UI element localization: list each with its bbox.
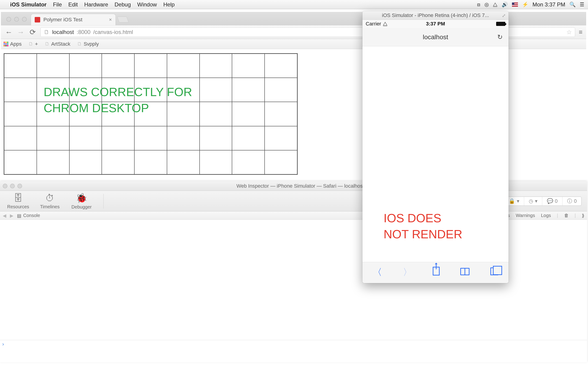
- menu-file[interactable]: File: [53, 1, 62, 8]
- bookmark-label: Svpply: [84, 41, 99, 47]
- url-path: /canvas-ios.html: [93, 29, 133, 35]
- simulator-titlebar: iOS Simulator - iPhone Retina (4-inch) /…: [363, 11, 509, 20]
- safari-toolbar: 〈 〉: [363, 262, 509, 282]
- tool-debugger[interactable]: 🐞 Debugger: [69, 193, 94, 210]
- timelines-icon: ⏱: [45, 193, 54, 203]
- wifi-icon[interactable]: ⧋: [493, 2, 498, 8]
- app-name[interactable]: iOS Simulator: [10, 1, 47, 8]
- menu-window[interactable]: Window: [137, 1, 157, 8]
- tabs-icon: [490, 267, 498, 275]
- menu-debug[interactable]: Debug: [115, 1, 131, 8]
- window-close-button[interactable]: [6, 17, 11, 22]
- menu-help[interactable]: Help: [163, 1, 174, 8]
- macos-menubar: iOS Simulator File Edit Hardware Debug W…: [0, 0, 588, 9]
- resources-icon: 🗄: [14, 193, 23, 203]
- tool-label: Resources: [7, 204, 29, 209]
- annotation-ios: IOS DOES NOT RENDER: [384, 210, 462, 242]
- debugger-icon: 🐞: [76, 193, 87, 203]
- clock-icon: ◷: [529, 198, 533, 204]
- input-source-flag-icon[interactable]: [512, 2, 518, 7]
- safari-tabs-button[interactable]: [490, 267, 498, 277]
- counter-issues[interactable]: 💬0: [542, 197, 562, 206]
- chevron-down-icon: ▾: [535, 198, 537, 204]
- volume-icon[interactable]: 🔊: [502, 2, 508, 8]
- window-minimize-button[interactable]: [10, 184, 15, 188]
- window-close-button[interactable]: [3, 184, 7, 188]
- annotation-chrome: DRAWS CORRECTLY FOR CHROM DESKTOP: [44, 84, 192, 116]
- bookmark-label: +: [35, 41, 38, 47]
- safari-forward-button[interactable]: 〉: [403, 266, 412, 278]
- filter-warnings[interactable]: Warnings: [516, 213, 535, 218]
- page-icon: 🗋: [44, 29, 49, 35]
- share-icon: [433, 267, 440, 275]
- safari-url-text: localhost: [423, 33, 448, 41]
- spotlight-icon[interactable]: 🔍: [569, 2, 576, 8]
- tool-label: Debugger: [71, 204, 92, 210]
- chat-icon: 💬: [547, 198, 553, 204]
- back-button[interactable]: ←: [5, 28, 13, 36]
- menu-edit[interactable]: Edit: [68, 1, 78, 8]
- tool-timelines[interactable]: ⏱ Timelines: [37, 193, 62, 209]
- simulator-title: iOS Simulator - iPhone Retina (4-inch) /…: [382, 12, 489, 18]
- lock-icon: 🔒: [509, 198, 515, 204]
- page-icon: 🗋: [45, 41, 49, 47]
- wifi-icon: ⧋: [383, 21, 388, 27]
- scope-crumb[interactable]: ▤ Console: [17, 213, 40, 218]
- window-zoom-button[interactable]: [17, 184, 22, 188]
- expand-icon[interactable]: ⤢: [502, 13, 506, 18]
- window-zoom-button[interactable]: [22, 17, 27, 22]
- tab-close-icon[interactable]: ×: [109, 17, 112, 23]
- nav-back-icon[interactable]: ◀: [3, 213, 6, 218]
- reload-button[interactable]: ⟳: [28, 28, 37, 36]
- tool-label: Timelines: [40, 204, 60, 209]
- window-minimize-button[interactable]: [14, 17, 19, 22]
- list-icon: ▤: [17, 213, 21, 218]
- cloud-icon[interactable]: ◎: [484, 2, 489, 8]
- battery-icon: [496, 22, 505, 26]
- page-icon: 🗋: [77, 41, 82, 47]
- bookmark-plus[interactable]: 🗋 +: [28, 41, 38, 47]
- tool-resources[interactable]: 🗄 Resources: [6, 193, 31, 209]
- notification-center-icon[interactable]: ☰: [580, 2, 584, 8]
- counter-time[interactable]: ◷▾: [524, 197, 542, 206]
- reload-icon[interactable]: ↻: [497, 33, 502, 41]
- inspector-title: Web Inspector — iPhone Simulator — Safar…: [236, 183, 374, 189]
- chevrons-icon[interactable]: ⟫: [582, 213, 584, 218]
- info-icon: ⓘ: [567, 198, 572, 205]
- safari-url-bar[interactable]: localhost ↻: [363, 28, 509, 46]
- battery-icon[interactable]: ⚡: [522, 2, 528, 8]
- safari-back-button[interactable]: 〈: [373, 266, 382, 278]
- counter-logs[interactable]: ⓘ0: [562, 197, 581, 206]
- page-icon: 🗋: [28, 41, 33, 47]
- safari-share-button[interactable]: [433, 267, 440, 277]
- book-icon: [460, 268, 469, 275]
- bookmark-star-icon[interactable]: ☆: [566, 29, 572, 36]
- bookmark-label: ArtStack: [51, 41, 70, 47]
- clear-log-icon[interactable]: 🗑: [564, 213, 569, 218]
- new-tab-button[interactable]: [117, 17, 129, 23]
- bookmark-svpply[interactable]: 🗋 Svpply: [77, 41, 99, 47]
- menubar-clock[interactable]: Mon 3:37 PM: [532, 1, 565, 8]
- ios-status-bar: Carrier ⧋ 3:37 PM: [363, 20, 509, 28]
- status-time: 3:37 PM: [426, 21, 445, 27]
- menu-hardware[interactable]: Hardware: [84, 1, 108, 8]
- safari-bookmarks-button[interactable]: [460, 267, 469, 277]
- dropbox-icon[interactable]: ⧈: [477, 2, 480, 8]
- chrome-tab[interactable]: Polymer iOS Test ×: [31, 14, 116, 25]
- url-port: :8000: [77, 29, 90, 35]
- nav-forward-icon[interactable]: ▶: [10, 213, 13, 218]
- url-host: localhost: [52, 29, 74, 35]
- apps-bookmark[interactable]: Apps: [4, 41, 22, 47]
- forward-button[interactable]: →: [17, 28, 25, 36]
- bookmark-artstack[interactable]: 🗋 ArtStack: [45, 41, 70, 47]
- chevron-down-icon: ▾: [517, 198, 519, 204]
- tab-title: Polymer iOS Test: [43, 17, 82, 23]
- tab-favicon: [35, 17, 40, 23]
- console-prompt[interactable]: ›: [0, 340, 587, 348]
- carrier-label: Carrier: [366, 21, 381, 27]
- filter-logs[interactable]: Logs: [541, 213, 551, 218]
- apps-grid-icon: [4, 42, 8, 46]
- apps-label: Apps: [10, 41, 22, 47]
- chrome-menu-icon[interactable]: ≡: [579, 28, 582, 36]
